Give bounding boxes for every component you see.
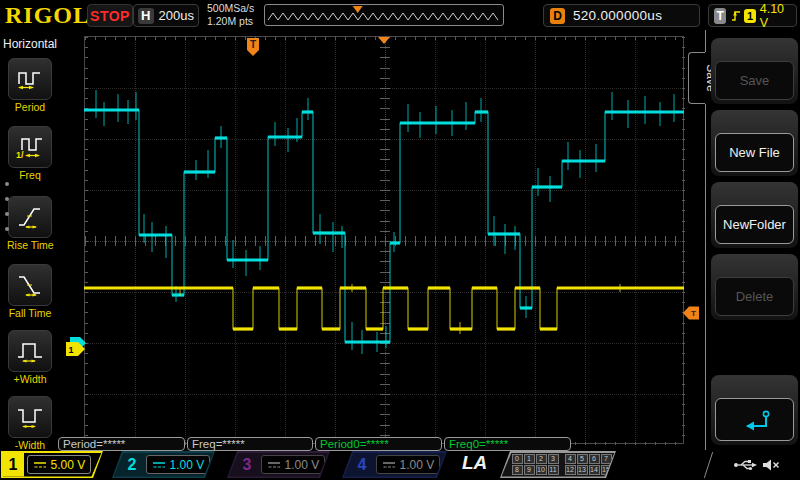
delay-value: 520.000000us (573, 8, 662, 23)
la-digit-row: 89101112131415 (512, 465, 613, 475)
horizontal-scale-box: H 200us (133, 4, 199, 27)
menu-page-dot (5, 227, 9, 231)
menu-slot: NewFolder (711, 182, 798, 248)
la-label: LA (462, 452, 487, 474)
channel-4-badge[interactable]: 4 1.00 V (342, 451, 447, 478)
menu-page-dot (5, 212, 9, 216)
h-scale-value: 200us (159, 8, 194, 23)
usb-icon (733, 458, 759, 472)
plus-width-icon (15, 338, 45, 364)
channel-status-bar: 1 5.00 V 2 (0, 450, 800, 480)
dc-coupling-icon (267, 460, 281, 470)
svg-text:1/: 1/ (16, 150, 24, 160)
period-icon (15, 66, 45, 92)
rising-edge-icon (730, 8, 740, 23)
channel-3-scale: 1.00 V (285, 458, 320, 472)
svg-text:1: 1 (68, 345, 73, 355)
measure-menu-title: Horizontal (0, 30, 57, 51)
new-folder-button[interactable]: NewFolder (715, 205, 794, 244)
menu-frame-line (705, 30, 706, 52)
top-status-bar: RIGOL STOP H 200us 500MSa/s 1.20M pts D … (0, 0, 800, 30)
la-digit-3: 3 (548, 454, 559, 464)
save-menu: Save Save New File NewFolder Delete (705, 30, 800, 450)
delay-box: D 520.000000us (543, 4, 700, 27)
delete-button[interactable]: Delete (715, 277, 794, 316)
menu-frame-line (705, 104, 706, 450)
dc-coupling-icon (33, 460, 47, 470)
waveform-preview (264, 4, 504, 26)
menu-page-dot (5, 197, 9, 201)
trigger-box: T 1 4.10 V (708, 4, 797, 27)
menu-slot: Save (711, 38, 798, 104)
oscilloscope-screen: RIGOL STOP H 200us 500MSa/s 1.20M pts D … (0, 0, 800, 480)
trigger-source-badge: 1 (744, 9, 755, 23)
menu-item-period[interactable]: Period (7, 58, 53, 113)
la-digits-badge[interactable]: 01234567 89101112131415 (500, 451, 616, 478)
channel-1-scale: 5.00 V (51, 458, 86, 472)
la-digit-11: 11 (548, 465, 559, 475)
dc-coupling-icon (152, 460, 166, 470)
return-arrow-icon (733, 406, 777, 434)
channel-1-number: 1 (3, 453, 24, 477)
save-button[interactable]: Save (715, 61, 794, 100)
menu-slot: Delete (711, 254, 798, 320)
rise-time-icon (15, 204, 45, 230)
la-digit-2: 2 (536, 454, 547, 464)
la-digit-6: 6 (589, 454, 600, 464)
status-divider (704, 452, 713, 478)
new-file-button[interactable]: New File (715, 133, 794, 172)
fall-time-icon (15, 272, 45, 298)
trigger-level-value: 4.10 V (760, 2, 791, 30)
graticule (84, 36, 684, 444)
channel-3-badge[interactable]: 3 1.00 V (227, 451, 330, 478)
measure-menu: Horizontal Period 1/ Freq (0, 30, 57, 450)
d-label: D (550, 8, 565, 24)
la-digit-10: 10 (536, 465, 547, 475)
run-state-badge: STOP (87, 4, 133, 27)
memory-depth: 1.20M pts (207, 15, 254, 28)
la-digit-row: 01234567 (512, 454, 613, 464)
h-label: H (138, 8, 154, 24)
menu-item-freq[interactable]: 1/ Freq (7, 126, 53, 181)
t-label: T (714, 8, 726, 24)
la-digit-14: 14 (589, 465, 600, 475)
speaker-muted-icon (762, 458, 780, 472)
menu-slot: New File (711, 110, 798, 176)
rigol-logo: RIGOL (5, 2, 90, 29)
la-digit-0: 0 (512, 454, 523, 464)
preview-wave (265, 5, 503, 25)
sample-rate: 500MSa/s (207, 2, 254, 15)
svg-text:T: T (691, 309, 696, 318)
la-digit-7: 7 (601, 454, 612, 464)
channel-2-number: 2 (122, 456, 143, 474)
minus-width-icon (15, 404, 45, 430)
acquisition-info: 500MSa/s 1.20M pts (207, 2, 254, 28)
channel-4-number: 4 (352, 456, 373, 474)
menu-item-rise-time[interactable]: Rise Time (7, 196, 53, 251)
channel-3-number: 3 (237, 456, 258, 474)
la-digit-9: 9 (524, 465, 535, 475)
la-digit-4: 4 (565, 454, 576, 464)
back-button[interactable] (715, 398, 794, 441)
save-tab (688, 52, 705, 104)
measurement-freq0: Freq0=***** (444, 437, 571, 451)
channel-2-scale: 1.00 V (170, 458, 205, 472)
measurement-freq: Freq=***** (187, 437, 313, 451)
la-digit-13: 13 (577, 465, 588, 475)
menu-item-plus-width[interactable]: +Width (7, 330, 53, 385)
freq-icon: 1/ (15, 134, 45, 160)
menu-item-fall-time[interactable]: Fall Time (7, 264, 53, 319)
la-digit-1: 1 (524, 454, 535, 464)
channel-2-badge[interactable]: 2 1.00 V (112, 451, 215, 478)
la-digit-12: 12 (565, 465, 576, 475)
la-digit-8: 8 (512, 465, 523, 475)
measurement-period: Period=***** (58, 437, 185, 451)
menu-item-minus-width[interactable]: -Width (7, 396, 53, 451)
channel-1-badge[interactable]: 1 5.00 V (1, 451, 103, 478)
menu-page-dot (5, 182, 9, 186)
waveform-display: TT1 (57, 30, 705, 450)
dc-coupling-icon (382, 460, 396, 470)
channel-4-scale: 1.00 V (400, 458, 435, 472)
measurement-period0: Period0=***** (315, 437, 442, 451)
la-digit-5: 5 (577, 454, 588, 464)
